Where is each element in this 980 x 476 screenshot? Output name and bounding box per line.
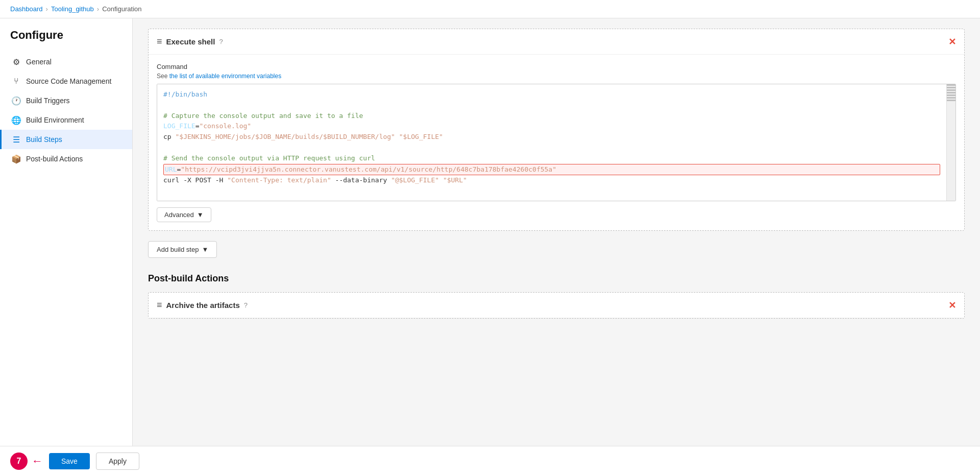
scroll-marker-7 <box>947 100 955 101</box>
breadcrumb-current: Configuration <box>102 5 141 13</box>
annotation-7: 7 <box>10 453 28 470</box>
globe-icon: 🌐 <box>12 115 21 125</box>
code-line-5: cp "$JENKINS_HOME/jobs/$JOB_NAME/builds/… <box>163 132 940 142</box>
sidebar-item-source-code[interactable]: ⑂ Source Code Management <box>0 72 132 91</box>
sidebar: Configure ⚙ General ⑂ Source Code Manage… <box>0 18 133 473</box>
gear-icon: ⚙ <box>12 57 21 66</box>
drag-handle-2-icon: ≡ <box>157 300 162 311</box>
sidebar-label-general: General <box>26 58 52 66</box>
save-button[interactable]: Save <box>49 453 90 469</box>
clock-icon: 🕐 <box>12 96 21 105</box>
execute-shell-header: ≡ Execute shell ? ✕ <box>149 29 964 55</box>
drag-handle-icon: ≡ <box>157 36 162 47</box>
scroll-marker-6 <box>947 97 955 99</box>
code-line-1: #!/bin/bash <box>163 89 940 100</box>
command-hint: See the list of available environment va… <box>157 73 956 80</box>
code-line-7: # Send the console output via HTTP reque… <box>163 153 940 164</box>
sidebar-item-build-steps[interactable]: ☰ Build Steps <box>0 130 132 149</box>
scroll-marker-5 <box>947 94 955 96</box>
apply-button[interactable]: Apply <box>96 453 139 470</box>
execute-shell-help[interactable]: ? <box>219 38 223 45</box>
annotation-7-arrow: ← <box>32 455 43 468</box>
code-editor-wrapper: #!/bin/bash # Capture the console output… <box>157 84 956 201</box>
sidebar-title: Configure <box>0 29 132 52</box>
sidebar-label-source-code: Source Code Management <box>26 77 111 85</box>
sidebar-label-post-build: Post-build Actions <box>26 155 83 163</box>
branch-icon: ⑂ <box>12 77 21 86</box>
post-build-heading: Post-build Actions <box>148 273 965 284</box>
archive-artifacts-title: Archive the artifacts <box>166 301 240 310</box>
list-icon: ☰ <box>12 135 21 144</box>
sidebar-item-build-environment[interactable]: 🌐 Build Environment <box>0 110 132 130</box>
main-content: 6 ← ≡ Execute shell ? ✕ Command See the … <box>133 18 980 473</box>
advanced-button[interactable]: Advanced ▼ <box>157 207 211 222</box>
sidebar-item-post-build[interactable]: 📦 Post-build Actions <box>0 149 132 169</box>
scroll-marker-2 <box>947 87 955 88</box>
command-label: Command <box>157 63 956 70</box>
sidebar-label-build-environment: Build Environment <box>26 116 84 124</box>
execute-shell-title: Execute shell <box>166 37 215 46</box>
code-line-curl: curl -X POST -H "Content-Type: text/plai… <box>163 175 940 186</box>
post-build-section: Post-build Actions ≡ Archive the artifac… <box>148 273 965 319</box>
execute-shell-body: Command See the list of available enviro… <box>149 55 964 230</box>
scroll-marker-1 <box>947 84 955 86</box>
archive-help-icon[interactable]: ? <box>244 301 248 309</box>
add-build-step-button[interactable]: Add build step ▼ <box>148 241 217 258</box>
archive-artifacts-close[interactable]: ✕ <box>948 301 956 310</box>
archive-artifacts-card: ≡ Archive the artifacts ? ✕ <box>148 292 965 319</box>
chevron-down-icon: ▼ <box>197 211 204 219</box>
add-step-label: Add build step <box>157 246 199 253</box>
code-line-2 <box>163 100 940 111</box>
breadcrumb-sep-1: › <box>46 5 48 13</box>
env-vars-link[interactable]: the list of available environment variab… <box>169 73 281 80</box>
breadcrumb-tooling[interactable]: Tooling_github <box>51 5 94 13</box>
code-line-3: # Capture the console output and save it… <box>163 111 940 122</box>
execute-shell-card: 6 ← ≡ Execute shell ? ✕ Command See the … <box>148 29 965 231</box>
sidebar-label-build-triggers: Build Triggers <box>26 97 70 105</box>
advanced-label: Advanced <box>164 211 194 219</box>
breadcrumb: Dashboard › Tooling_github › Configurati… <box>0 0 980 18</box>
package-icon: 📦 <box>12 154 21 163</box>
breadcrumb-sep-2: › <box>97 5 99 13</box>
dropdown-arrow-icon: ▼ <box>202 246 208 253</box>
scroll-marker-4 <box>947 92 955 93</box>
scroll-marker-3 <box>947 89 955 91</box>
code-line-url: URL="https://vcipd3jvi4jjva5n.connector.… <box>163 164 940 176</box>
footer-bar: 7 ← Save Apply <box>0 446 980 473</box>
code-line-6 <box>163 142 940 153</box>
footer-annotation: 7 ← <box>10 453 43 470</box>
scrollbar[interactable] <box>946 84 955 201</box>
sidebar-item-build-triggers[interactable]: 🕐 Build Triggers <box>0 91 132 110</box>
archive-artifacts-header: ≡ Archive the artifacts ? ✕ <box>149 293 964 318</box>
sidebar-item-general[interactable]: ⚙ General <box>0 52 132 72</box>
sidebar-label-build-steps: Build Steps <box>26 135 62 144</box>
execute-shell-close[interactable]: ✕ <box>948 37 956 46</box>
breadcrumb-dashboard[interactable]: Dashboard <box>10 5 43 13</box>
code-line-4: LOG_FILE="console.log" <box>163 121 940 132</box>
code-editor[interactable]: #!/bin/bash # Capture the console output… <box>157 84 946 201</box>
